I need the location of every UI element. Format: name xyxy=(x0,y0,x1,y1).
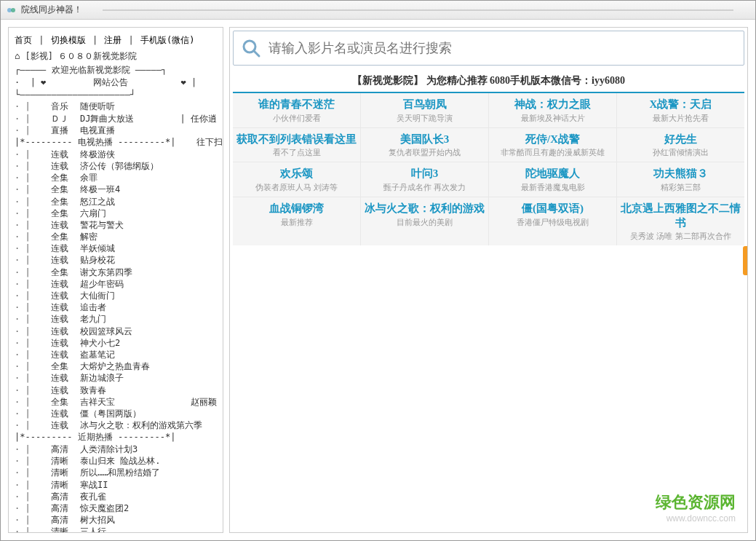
quicklink-row[interactable]: · |ＤＪ DJ舞曲大放送| 任你逍 xyxy=(15,113,217,125)
nav-home[interactable]: 首页 xyxy=(15,35,32,45)
search-bar xyxy=(233,31,744,66)
tv-item-tag: 连载 xyxy=(51,242,80,254)
window-title: 院线同步神器！ xyxy=(21,4,82,16)
search-icon[interactable] xyxy=(241,38,261,58)
recommend-subtitle: 吴秀波 汤唯 第二部再次合作 xyxy=(620,232,741,241)
tv-item-title: 终极一班4 xyxy=(80,183,217,195)
recommend-subtitle: 小伙伴们爱看 xyxy=(236,114,357,123)
side-tab[interactable] xyxy=(743,246,747,275)
recommend-cell[interactable]: 神战：权力之眼最新埃及神话大片 xyxy=(489,93,616,127)
tv-item-row[interactable]: · |连载 老九门 xyxy=(15,313,217,325)
tv-item-row[interactable]: · |全集 终极一班4 xyxy=(15,183,217,195)
ascii-header-line: ┌————— 欢迎光临新视觉影院 —————┐ xyxy=(15,64,217,76)
tv-item-row[interactable]: · |连载 神犬小七2 xyxy=(15,337,217,349)
recommend-cell[interactable]: X战警：天启最新大片抢先看 xyxy=(617,93,744,127)
recommend-cell[interactable]: 死侍/X战警非常酷而且有趣的漫威新英雄 xyxy=(489,128,616,162)
tv-item-row[interactable]: · |全集 怒江之战 xyxy=(15,196,217,208)
tv-item-tag: 全集 xyxy=(51,396,80,408)
recent-item-row[interactable]: · |清晰 三人行 xyxy=(15,526,217,533)
tv-item-row[interactable]: · |连载 半妖倾城 xyxy=(15,242,217,254)
recommend-title: 欢乐颂 xyxy=(236,167,357,181)
tv-item-tag: 连载 xyxy=(51,419,80,431)
tv-item-row[interactable]: · |连载 僵（粤国两版） xyxy=(15,408,217,419)
recommend-subtitle: 孙红雷倾情演出 xyxy=(620,148,741,157)
recommend-banner: 【新视觉影院】 为您精心推荐 6080手机版本微信号：iyy6080 xyxy=(233,68,744,93)
tv-item-row[interactable]: · |连载 大仙衙门 xyxy=(15,290,217,301)
tv-item-tag: 全集 xyxy=(51,183,80,195)
recommend-cell[interactable]: 百鸟朝凤吴天明下跪导演 xyxy=(361,93,488,127)
tv-item-row[interactable]: · |全集 余罪 xyxy=(15,172,217,183)
tv-item-row[interactable]: · |连载 致青春 xyxy=(15,384,217,396)
quicklink-row[interactable]: · |音乐 随便听听 xyxy=(15,100,217,112)
recent-item-tag: 高清 xyxy=(51,502,80,514)
tv-item-tag: 连载 xyxy=(51,254,80,266)
recommend-cell[interactable]: 僵(国粤双语)香港僵尸特级电视剧 xyxy=(489,197,616,245)
recommend-title: 好先生 xyxy=(620,133,741,147)
tv-item-tag: 连载 xyxy=(51,337,80,349)
tv-item-row[interactable]: · |连载 警花与警犬 xyxy=(15,219,217,231)
tv-item-row[interactable]: · |连载 贴身校花 xyxy=(15,254,217,266)
nav-switch[interactable]: 切换模版 xyxy=(51,35,86,45)
recent-item-row[interactable]: · |清晰 所以……和黑粉结婚了 xyxy=(15,467,217,478)
tv-item-tag: 连载 xyxy=(51,160,80,172)
tv-item-row[interactable]: · |全集 六扇门 xyxy=(15,208,217,219)
recommend-cell[interactable]: 谁的青春不迷茫小伙伴们爱看 xyxy=(233,93,360,127)
recommend-cell[interactable]: 获取不到列表错误看这里看不了点这里 xyxy=(233,128,360,162)
tv-item-tag: 连载 xyxy=(51,149,80,160)
recommend-cell[interactable]: 欢乐颂伪装者原班人马 刘涛等 xyxy=(233,162,360,197)
recommend-cell[interactable]: 冰与火之歌：权利的游戏目前最火的美剧 xyxy=(361,197,488,245)
tv-item-row[interactable]: · |连载 校园篮球风云 xyxy=(15,325,217,337)
tv-item-tag: 连载 xyxy=(51,219,80,231)
tv-item-title: 终极游侠 xyxy=(80,149,217,160)
tv-item-tag: 连载 xyxy=(51,349,80,360)
recommend-subtitle: 伪装者原班人马 刘涛等 xyxy=(236,183,357,192)
tv-item-row[interactable]: · |连载 盗墓笔记 xyxy=(15,349,217,360)
tv-item-row[interactable]: · |连载 追击者 xyxy=(15,301,217,313)
quicklink-tag: 音乐 xyxy=(51,100,80,112)
recent-item-row[interactable]: · |清晰 寒战II xyxy=(15,479,217,491)
recommend-cell[interactable]: 北京遇上西雅图之不二情书吴秀波 汤唯 第二部再次合作 xyxy=(617,197,744,245)
recommend-cell[interactable]: 好先生孙红雷倾情演出 xyxy=(617,128,744,162)
recent-item-row[interactable]: · |高清 惊天魔盗团2 xyxy=(15,502,217,514)
tv-item-row[interactable]: · |连载 冰与火之歌：权利的游戏第六季 xyxy=(15,419,217,431)
nav-mobile[interactable]: 手机版(微信) xyxy=(140,35,194,45)
tv-item-tag: 全集 xyxy=(51,172,80,183)
app-window: 院线同步神器！ 首页 | 切换模版 | 注册 | 手机版(微信) ⌂ [影视] … xyxy=(0,0,756,541)
recommend-cell[interactable]: 功夫熊猫３精彩第三部 xyxy=(617,162,744,197)
tv-item-title: 致青春 xyxy=(80,384,217,396)
tv-item-tag: 连载 xyxy=(51,384,80,396)
recent-item-row[interactable]: · |高清 树大招风 xyxy=(15,514,217,526)
tv-item-tag: 连载 xyxy=(51,290,80,301)
tv-item-title: 警花与警犬 xyxy=(80,219,217,231)
recommend-subtitle: 最新推荐 xyxy=(236,218,357,227)
recommend-subtitle: 精彩第三部 xyxy=(620,183,741,192)
tv-item-title: 神犬小七2 xyxy=(80,337,217,349)
search-input[interactable] xyxy=(268,41,736,56)
recommend-cell[interactable]: 血战铜锣湾最新推荐 xyxy=(233,197,360,245)
recommend-cell[interactable]: 叶问3甄子丹成名作 再次发力 xyxy=(361,162,488,197)
tv-item-row[interactable]: · |连载 终极游侠 xyxy=(15,149,217,160)
recommend-title: 僵(国粤双语) xyxy=(492,202,613,216)
recent-item-row[interactable]: · |清晰 泰山归来 险战丛林. xyxy=(15,455,217,467)
tv-item-title: 解密 xyxy=(80,231,217,242)
recent-item-tag: 清晰 xyxy=(51,526,80,533)
titlebar-decoration xyxy=(103,9,733,11)
nav-register[interactable]: 注册 xyxy=(104,35,122,45)
tv-item-title: 老九门 xyxy=(80,313,217,325)
recent-item-row[interactable]: · |高清 人类清除计划3 xyxy=(15,443,217,455)
recommend-cell[interactable]: 陀地驱魔人最新香港魔鬼电影 xyxy=(489,162,616,197)
tv-item-tag: 连载 xyxy=(51,372,80,384)
tv-item-row[interactable]: · |连载 新边城浪子 xyxy=(15,372,217,384)
tv-item-row[interactable]: · |全集 大熔炉之热血青春 xyxy=(15,360,217,372)
tv-item-title: 超少年密码 xyxy=(80,278,217,290)
tv-item-row[interactable]: · |连载 济公传（郭德纲版） xyxy=(15,160,217,172)
quicklink-row[interactable]: · |直播 电视直播 xyxy=(15,125,217,136)
recommend-subtitle: 最新香港魔鬼电影 xyxy=(492,183,613,192)
tv-item-row[interactable]: · |连载 超少年密码 xyxy=(15,278,217,290)
tv-item-row[interactable]: · |全集 吉祥天宝赵丽颖 xyxy=(15,396,217,408)
tv-item-row[interactable]: · |全集 解密 xyxy=(15,231,217,242)
ascii-header-line: └—————————————————————┘ xyxy=(15,89,217,101)
tv-item-row[interactable]: · |全集 谢文东第四季 xyxy=(15,266,217,278)
recommend-cell[interactable]: 美国队长3复仇者联盟开始内战 xyxy=(361,128,488,162)
recent-item-row[interactable]: · |高清 夜孔雀 xyxy=(15,491,217,502)
